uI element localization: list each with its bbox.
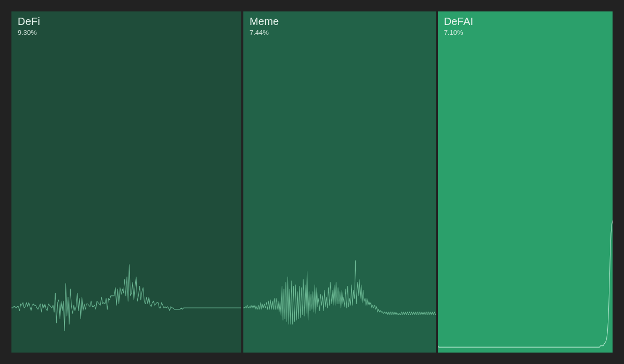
tile-meme[interactable]: Meme 7.44% (243, 11, 436, 353)
treemap: DeFi 9.30% Meme 7.44% DeFAI 7.10% (11, 11, 613, 353)
tile-pct: 7.44% (250, 29, 279, 36)
tile-title: DeFi (18, 16, 40, 28)
tile-defi[interactable]: DeFi 9.30% (11, 11, 241, 353)
tile-title: DeFAI (444, 16, 474, 28)
sparkline-defi (11, 217, 241, 353)
tile-pct: 9.30% (18, 29, 40, 36)
tile-header: DeFAI 7.10% (444, 16, 474, 36)
sparkline-defai (438, 217, 613, 353)
tile-title: Meme (250, 16, 279, 28)
tile-pct: 7.10% (444, 29, 474, 36)
tile-header: Meme 7.44% (250, 16, 279, 36)
tile-header: DeFi 9.30% (18, 16, 40, 36)
tile-defai[interactable]: DeFAI 7.10% (438, 11, 613, 353)
sparkline-meme (243, 217, 436, 353)
